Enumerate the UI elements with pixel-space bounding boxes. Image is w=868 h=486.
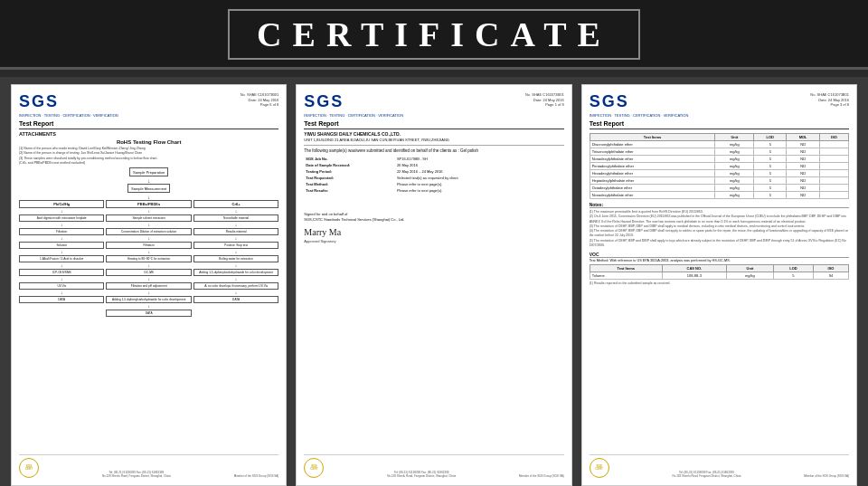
doc2-header: SGS INSPECTION · TESTING · CERTIFICATION… xyxy=(304,92,563,129)
doc3-meta: No. SHAE C161073B01 Date: 24 May 2016 Pa… xyxy=(810,92,849,108)
doc1-meta: No. SHAE C161073B01 Date: 24 May 2016 Pa… xyxy=(241,92,279,108)
doc2-signature: Marry Ma xyxy=(304,227,563,237)
flow-adding-diphenyl: Adding 1,5-diphenylcarbohydrazide for co… xyxy=(106,296,191,303)
sgs-tagline-1: INSPECTION · TESTING · CERTIFICATION · V… xyxy=(19,113,118,118)
info-row-1: Date of Sample Received: 20 May 2016 xyxy=(304,162,563,168)
doc3-page: Page 3 of 8 xyxy=(810,102,849,108)
doc3-voc-table: Test Items CAS NO. Unit LOD ISO Toluene … xyxy=(590,264,849,280)
flow-col-1: Pb/Cd/Hg ↓ Acid digestion with microwave… xyxy=(19,200,104,317)
doc2-signed-text: Signed for and on behalf of SGS-CSTC Sta… xyxy=(304,212,563,224)
flow-columns: Pb/Cd/Hg ↓ Acid digestion with microwave… xyxy=(19,200,278,317)
th-item: Test Items xyxy=(590,134,715,141)
flow-no-color: A: no color develops if necessary, perfo… xyxy=(193,282,278,290)
doc3-notes: (1) The maximum permissible limit is quo… xyxy=(590,210,849,248)
doc3-notes-title: Notes: xyxy=(590,202,849,208)
doc1-section: ATTACHMENTS xyxy=(19,131,278,137)
table-row: Hexadecylphthalate ethermg/kg5ND xyxy=(590,170,848,177)
doc2-footer-info: Tel: (86-21) 61196099 Fax: (86-21) 61862… xyxy=(324,471,519,478)
doc2-signatory: Approved Signatory xyxy=(304,239,563,243)
document-2: SGS INSPECTION · TESTING · CERTIFICATION… xyxy=(296,84,571,486)
flow-alkali: 1.Alkali Fusion / 2.Acid to dissolve xyxy=(19,255,104,262)
flow-solvent-ext: Sample solvent extraction xyxy=(106,214,191,222)
doc2-footer: SGSCERT Tel: (86-21) 61196099 Fax: (86-2… xyxy=(304,454,563,478)
doc2-member: Member of the SGS Group (SGS SA) xyxy=(519,474,564,478)
table-row: Nonadecylphthalate ethermg/kg5ND xyxy=(590,156,848,163)
flow-sample-prep: Sample Preparation xyxy=(129,167,168,176)
doc2-page: Page 1 of 8 xyxy=(525,102,564,108)
flow-solution: Solution xyxy=(19,242,104,249)
doc1-stamp: SGSCERT xyxy=(19,458,39,478)
divider-1 xyxy=(304,145,563,146)
doc1-chart-title: RoHS Testing Flow Chart xyxy=(19,139,278,145)
doc2-signed-section: Signed for and on behalf of SGS-CSTC Sta… xyxy=(304,212,563,243)
flow-filtration-ph: Filtration and pH adjustment xyxy=(106,282,191,290)
doc1-page: Page 6 of 8 xyxy=(241,102,279,108)
doc1-footer-info: Tel: (86-21) 61196099 Fax: (86-21) 61862… xyxy=(39,471,234,478)
doc3-footer-right: Member of the SGS Group (SGS SA) xyxy=(804,474,849,478)
doc1-header: SGS INSPECTION · TESTING · CERTIFICATION… xyxy=(19,92,278,129)
table-row: Triisononylphthalate ethermg/kg5ND xyxy=(590,148,848,156)
doc2-intro: The following sample(s) was/were submitt… xyxy=(304,148,563,153)
sgs-logo-3: SGS xyxy=(590,92,689,111)
doc2-footer-right: Member of the SGS Group (SGS SA) xyxy=(519,474,564,478)
flow-pbcd: Pb/Cd/Hg xyxy=(19,200,104,208)
flow-data-2: DATA xyxy=(106,310,191,317)
flow-uvvis-1: UV-Vis xyxy=(19,282,104,290)
flow-top: Sample Preparation xyxy=(19,167,278,176)
document-1: SGS INSPECTION · TESTING · CERTIFICATION… xyxy=(11,84,287,486)
flow-boiling: Boiling water for extraction xyxy=(193,255,278,262)
doc3-header: SGS INSPECTION · TESTING · CERTIFICATION… xyxy=(590,92,849,129)
table-row: Heptadecylphthalate ethermg/kg5ND xyxy=(590,177,848,185)
documents-container: SGS INSPECTION · TESTING · CERTIFICATION… xyxy=(0,77,868,486)
doc2-report-no: No. SHAE C161073B01 xyxy=(525,92,564,98)
flow-col-3: Cr6+ ↓ Nonvolatile material ↓ Results ma… xyxy=(193,200,278,317)
flow-nonvolatile: Nonvolatile material xyxy=(193,214,278,222)
flow-gcms: GC-MS xyxy=(106,269,191,276)
flow-icp: ICP-OES/SMS xyxy=(19,269,104,276)
th-mdl: MDL xyxy=(787,134,820,141)
th-lod: LOD xyxy=(754,134,787,141)
doc2-info-table: SGS Job No. SP16-01798B - SH Date of Sam… xyxy=(304,156,563,194)
doc1-notes: (1) Name of the person who made testing:… xyxy=(19,147,278,166)
table-row: Pentadecylphthalate ethermg/kg5ND xyxy=(590,163,848,170)
doc1-report-no: No. SHAE C161073B01 xyxy=(241,92,279,98)
page-title: CERTIFICATE xyxy=(228,9,640,60)
voc-row: Toluene 108-88-3 mg/kg 5 94 xyxy=(590,272,848,280)
flow-results-mat: Results material xyxy=(193,228,278,235)
doc3-type: Test Report xyxy=(590,120,689,127)
info-row-3: Test Requested: Selected test(s) as requ… xyxy=(304,175,563,181)
doc2-client: YIWU SHANGSI DAILY CHEMICALS CO.,LTD. xyxy=(304,131,563,137)
flow-heating: Heating to 80~90°C for extraction xyxy=(106,255,191,262)
doc2-content: YIWU SHANGSI DAILY CHEMICALS CO.,LTD. UN… xyxy=(304,131,563,452)
info-row-4: Test Method: Please refer to next page(s… xyxy=(304,181,563,187)
doc1-type: Test Report xyxy=(19,120,118,127)
info-row-0: SGS Job No. SP16-01798B - SH xyxy=(304,156,563,162)
flow-pbbs: PBBs/PBDEs xyxy=(106,200,191,208)
flow-positive: Positive: Stop test xyxy=(193,242,278,249)
flow-data-1: DATA xyxy=(19,296,104,303)
doc2-address: UNIT 1,BUILDING 21,AREA B,DAOLI,JU SAN C… xyxy=(304,138,563,142)
doc3-report-no: No. SHAE C161073B01 xyxy=(810,92,849,98)
sgs-logo-1: SGS xyxy=(19,92,118,111)
doc2-type: Test Report xyxy=(304,120,403,127)
sgs-tagline-2: INSPECTION · TESTING · CERTIFICATION · V… xyxy=(304,113,403,118)
doc1-footer: SGSCERT Tel: (86-21) 61196099 Fax: (86-2… xyxy=(19,454,278,478)
doc3-results-table: Test Items Unit LOD MDL ISO Diisononylph… xyxy=(590,133,849,199)
flow-data-3: DATA xyxy=(193,296,278,303)
doc3-footer-info: Tel: (86-21) 61196099 Fax: (86-21) 61862… xyxy=(609,471,805,478)
doc3-voc-section: VOC xyxy=(590,252,849,258)
doc1-member: Member of the SGS Group (SGS SA) xyxy=(234,474,279,478)
flow-col-2: PBBs/PBDEs ↓ Sample solvent extraction ↓… xyxy=(106,200,191,317)
flow-cr6: Cr6+ xyxy=(193,200,278,208)
flow-acid-dig: Acid digestion with microwave hotplate xyxy=(19,214,104,222)
doc3-footer: SGSCERT Tel: (86-21) 61196099 Fax: (86-2… xyxy=(590,454,849,478)
flow-adding-color: Adding 1,5-diphenylcarbohydrazide for co… xyxy=(193,269,278,276)
info-row-5: Test Results: Please refer to next page(… xyxy=(304,187,563,194)
flow-sample-measurement: Sample Measurement xyxy=(127,184,170,193)
info-row-2: Testing Period: 22 May 2016 – 24 May 201… xyxy=(304,168,563,175)
flow-filtration-2: Filtration xyxy=(106,242,191,249)
table-row: Nonadecylphthalate ethermg/kg5ND xyxy=(590,192,848,199)
header: CERTIFICATE xyxy=(0,0,868,70)
flow-measurement-row: Sample Measurement xyxy=(19,184,278,193)
doc3-member: Member of the SGS Group (SGS SA) xyxy=(804,474,849,478)
